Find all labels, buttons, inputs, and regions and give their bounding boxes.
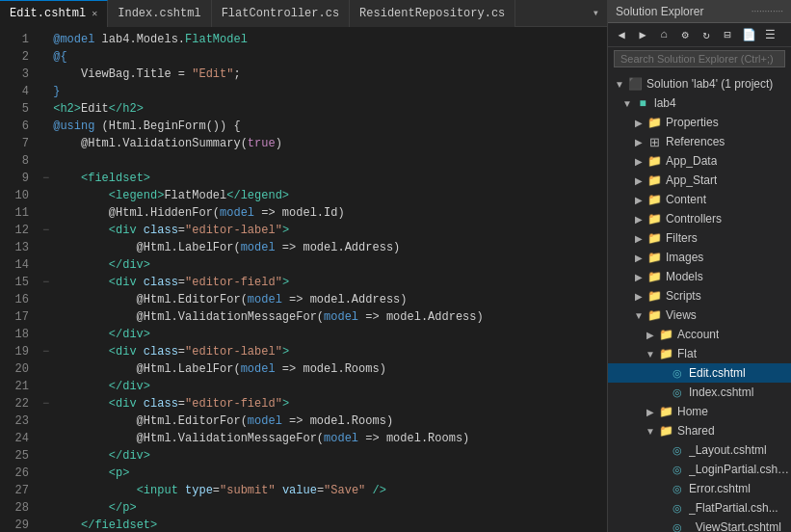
tree-item-images[interactable]: ▶📁Images: [608, 248, 791, 267]
expand-references[interactable]: ▶: [631, 134, 646, 149]
code-line-28: </p>: [42, 499, 586, 517]
expand-lab4[interactable]: ▼: [620, 95, 635, 111]
fold-marker-22[interactable]: −: [42, 395, 49, 412]
tree-item-content[interactable]: ▶📁Content: [608, 190, 791, 209]
line-number-27: 27: [0, 482, 29, 499]
line-number-21: 21: [0, 378, 29, 395]
tab-edit-cshtml[interactable]: Edit.cshtml ✕: [0, 0, 108, 27]
tree-item-app_start[interactable]: ▶📁App_Start: [608, 171, 791, 190]
se-back-btn[interactable]: ◀: [612, 25, 631, 44]
icon-properties: 📁: [646, 115, 662, 130]
expand-account[interactable]: ▶: [643, 327, 658, 342]
expand-home[interactable]: ▶: [643, 404, 658, 419]
expand-controllers[interactable]: ▶: [631, 211, 646, 226]
expand-scripts[interactable]: ▶: [631, 288, 646, 304]
tree-item-controllers[interactable]: ▶📁Controllers: [608, 209, 791, 228]
expand-filters[interactable]: ▶: [631, 230, 646, 246]
se-collapse-btn[interactable]: ⊟: [718, 25, 737, 44]
tree-item-models[interactable]: ▶📁Models: [608, 267, 791, 286]
expand-properties[interactable]: ▶: [631, 115, 646, 130]
fold-marker-23: [42, 412, 49, 430]
code-line-19: − <div class="editor-label">: [42, 343, 586, 360]
tree-item-account[interactable]: ▶📁Account: [608, 325, 791, 344]
tab-overflow[interactable]: ▾: [585, 6, 607, 20]
tab-index-cshtml[interactable]: Index.cshtml: [108, 0, 211, 27]
line-number-29: 29: [0, 517, 29, 532]
line-number-5: 5: [0, 100, 29, 118]
expand-edit-cshtml: [654, 365, 670, 381]
line-number-22: 22: [0, 395, 29, 412]
se-properties-btn[interactable]: ☰: [760, 25, 779, 44]
tab-close-edit-cshtml[interactable]: ✕: [92, 8, 97, 19]
line-content-19: <div class="editor-label">: [53, 343, 289, 360]
expand-models[interactable]: ▶: [631, 269, 646, 284]
tree-item-loginpartial[interactable]: ◎_LoginPartial.cshtml: [608, 460, 791, 479]
se-forward-btn[interactable]: ▶: [633, 25, 652, 44]
tree-item-error[interactable]: ◎Error.cshtml: [608, 479, 791, 498]
expand-shared[interactable]: ▼: [643, 423, 658, 439]
tab-flat-controller[interactable]: FlatController.cs: [212, 0, 350, 27]
expand-content[interactable]: ▶: [631, 192, 646, 207]
se-settings-btn[interactable]: ⚙: [675, 25, 695, 44]
icon-shared: 📁: [658, 423, 673, 439]
tree-item-properties[interactable]: ▶📁Properties: [608, 113, 791, 132]
icon-layout: ◎: [670, 442, 685, 458]
tree-item-shared[interactable]: ▼📁Shared: [608, 421, 791, 440]
tree-item-home[interactable]: ▶📁Home: [608, 402, 791, 421]
tree-item-scripts[interactable]: ▶📁Scripts: [608, 286, 791, 306]
tree-item-flat[interactable]: ▼📁Flat: [608, 344, 791, 363]
line-content-22: <div class="editor-field">: [53, 395, 289, 412]
editor-scrollbar[interactable]: [593, 27, 607, 532]
fold-marker-8: [42, 152, 49, 170]
code-line-10: <legend>FlatModel</legend>: [42, 187, 586, 204]
tree-item-lab4[interactable]: ▼■lab4: [608, 93, 791, 113]
line-number-28: 28: [0, 499, 29, 517]
tree-item-edit-cshtml[interactable]: ◎Edit.cshtml: [608, 363, 791, 383]
icon-filters: 📁: [646, 230, 662, 246]
expand-images[interactable]: ▶: [631, 250, 646, 265]
tree-item-flatpartial[interactable]: ◎_FlatPartial.csh...: [608, 498, 791, 518]
tree-solution[interactable]: ▼⬛Solution 'lab4' (1 project): [608, 74, 791, 93]
fold-marker-25: [42, 447, 49, 465]
expand-flat[interactable]: ▼: [643, 346, 658, 361]
se-search-input[interactable]: [614, 50, 785, 67]
tree-item-filters[interactable]: ▶📁Filters: [608, 228, 791, 248]
se-home-btn[interactable]: ⌂: [654, 25, 673, 44]
tree-item-index-cshtml-file[interactable]: ◎Index.cshtml: [608, 383, 791, 402]
tree-item-app_data[interactable]: ▶📁App_Data: [608, 151, 791, 171]
se-show-all-btn[interactable]: 📄: [739, 25, 758, 44]
expand-loginpartial: [654, 462, 670, 477]
fold-marker-15[interactable]: −: [42, 274, 49, 291]
expand-viewstart: [654, 519, 670, 532]
tree-item-views[interactable]: ▼📁Views: [608, 306, 791, 325]
code-line-29: </fieldset>: [42, 517, 586, 532]
tree-item-viewstart[interactable]: ◎_ViewStart.cshtml: [608, 518, 791, 532]
code-content[interactable]: @model lab4.Models.FlatModel @{ ViewBag.…: [35, 27, 593, 532]
label-app_start: App_Start: [666, 173, 717, 187]
fold-marker-19[interactable]: −: [42, 343, 49, 360]
label-home: Home: [677, 405, 708, 418]
expand-views[interactable]: ▼: [631, 307, 646, 323]
line-content-1: @model lab4.Models.FlatModel: [53, 31, 248, 48]
expand-app_data[interactable]: ▶: [631, 153, 646, 169]
code-line-6: @using (Html.BeginForm()) {: [42, 118, 586, 135]
tab-label: Edit.cshtml: [10, 7, 86, 20]
fold-marker-9[interactable]: −: [42, 170, 49, 187]
line-number-3: 3: [0, 66, 29, 83]
solution-icon: ⬛: [627, 76, 643, 92]
tab-resident-repo[interactable]: ResidentRepository.cs: [350, 0, 515, 27]
line-number-26: 26: [0, 465, 29, 482]
tree-item-references[interactable]: ▶⊞References: [608, 132, 791, 151]
line-content-18: </div>: [53, 326, 150, 343]
se-refresh-btn[interactable]: ↻: [697, 25, 716, 44]
se-search-box[interactable]: [608, 47, 791, 70]
tree-item-layout[interactable]: ◎_Layout.cshtml: [608, 440, 791, 460]
line-number-6: 6: [0, 118, 29, 135]
fold-marker-17: [42, 308, 49, 326]
icon-error: ◎: [670, 481, 685, 496]
line-number-16: 16: [0, 291, 29, 308]
expand-app_start[interactable]: ▶: [631, 173, 646, 188]
code-line-11: @Html.HiddenFor(model => model.Id): [42, 204, 586, 222]
fold-marker-12[interactable]: −: [42, 222, 49, 239]
line-content-12: <div class="editor-label">: [53, 222, 289, 239]
